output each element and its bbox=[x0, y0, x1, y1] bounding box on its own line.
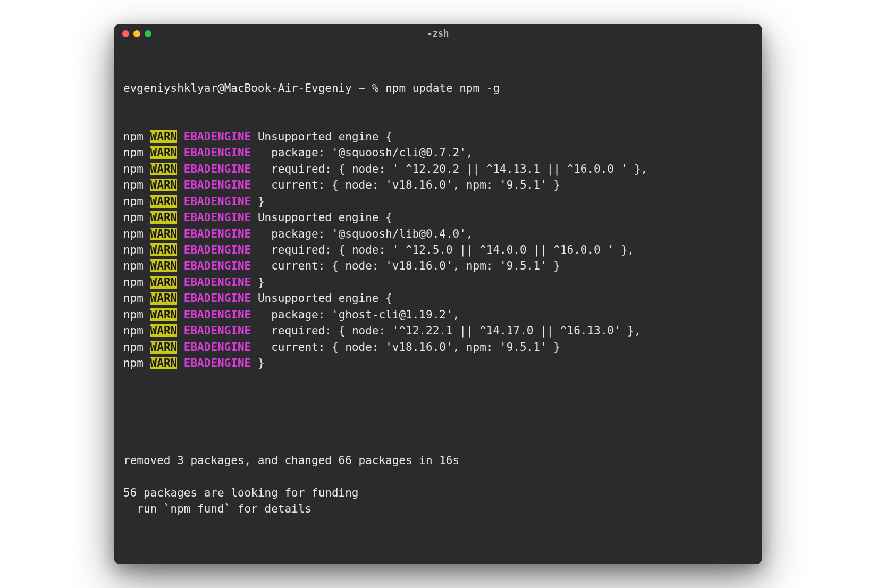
error-code-label: EBADENGINE bbox=[184, 308, 251, 321]
output-line: run `npm fund` for details bbox=[123, 501, 753, 517]
error-code-label: EBADENGINE bbox=[184, 130, 251, 143]
output-line: removed 3 packages, and changed 66 packa… bbox=[123, 452, 753, 468]
npm-label: npm bbox=[123, 179, 144, 191]
prompt-command: npm update npm -g bbox=[385, 82, 500, 95]
warn-message: } bbox=[251, 276, 264, 289]
error-code-label: EBADENGINE bbox=[184, 357, 251, 369]
warn-label: WARN bbox=[150, 228, 178, 240]
warn-message: package: '@squoosh/lib@0.4.0', bbox=[251, 228, 473, 240]
blank-line bbox=[123, 468, 753, 484]
warn-label: WARN bbox=[150, 259, 178, 272]
warn-label: WARN bbox=[150, 179, 178, 191]
error-code-label: EBADENGINE bbox=[184, 276, 251, 289]
warn-message: } bbox=[251, 195, 264, 208]
warn-label: WARN bbox=[150, 276, 178, 289]
error-code-label: EBADENGINE bbox=[184, 195, 251, 208]
error-code-label: EBADENGINE bbox=[184, 341, 251, 354]
error-code-label: EBADENGINE bbox=[184, 211, 251, 224]
warn-line: npm WARN EBADENGINE } bbox=[123, 194, 753, 209]
warn-label: WARN bbox=[150, 130, 178, 143]
titlebar: -zsh bbox=[114, 24, 762, 44]
warn-message: Unsupported engine { bbox=[251, 211, 392, 224]
warn-message: Unsupported engine { bbox=[251, 292, 392, 305]
warn-label: WARN bbox=[150, 146, 178, 159]
npm-label: npm bbox=[123, 228, 144, 240]
warn-line: npm WARN EBADENGINE Unsupported engine { bbox=[123, 209, 753, 225]
maximize-icon[interactable] bbox=[145, 30, 151, 37]
warn-line: npm WARN EBADENGINE Unsupported engine { bbox=[123, 290, 753, 306]
npm-label: npm bbox=[123, 324, 144, 337]
warn-line: npm WARN EBADENGINE } bbox=[123, 355, 753, 371]
prompt-user-host: evgeniyshklyar@MacBook-Air-Evgeniy bbox=[123, 82, 352, 95]
npm-label: npm bbox=[123, 163, 144, 175]
warn-label: WARN bbox=[150, 292, 178, 305]
terminal-body[interactable]: evgeniyshklyar@MacBook-Air-Evgeniy ~ % n… bbox=[114, 44, 762, 565]
prompt-path: ~ bbox=[359, 82, 366, 95]
warn-label: WARN bbox=[150, 163, 178, 175]
blank-line bbox=[123, 404, 753, 419]
npm-label: npm bbox=[123, 243, 144, 256]
close-icon[interactable] bbox=[122, 30, 129, 37]
warn-message: Unsupported engine { bbox=[251, 130, 392, 143]
prompt-line: evgeniyshklyar@MacBook-Air-Evgeniy ~ % n… bbox=[123, 80, 753, 96]
warn-message: required: { node: '^12.22.1 || ^14.17.0 … bbox=[251, 324, 641, 337]
traffic-lights bbox=[122, 30, 151, 37]
warn-line: npm WARN EBADENGINE } bbox=[123, 274, 753, 290]
npm-label: npm bbox=[123, 130, 144, 143]
error-code-label: EBADENGINE bbox=[184, 292, 251, 305]
warn-label: WARN bbox=[150, 195, 178, 208]
npm-label: npm bbox=[123, 292, 144, 305]
warn-label: WARN bbox=[150, 211, 178, 224]
warn-line: npm WARN EBADENGINE current: { node: 'v1… bbox=[123, 258, 753, 274]
error-code-label: EBADENGINE bbox=[184, 259, 251, 272]
terminal-window: -zsh evgeniyshklyar@MacBook-Air-Evgeniy … bbox=[114, 24, 762, 565]
warn-line: npm WARN EBADENGINE current: { node: 'v1… bbox=[123, 339, 753, 355]
error-code-label: EBADENGINE bbox=[184, 228, 251, 240]
npm-label: npm bbox=[123, 341, 144, 354]
warn-line: npm WARN EBADENGINE required: { node: ' … bbox=[123, 161, 753, 177]
warn-line: npm WARN EBADENGINE package: '@squoosh/l… bbox=[123, 226, 753, 242]
warn-message: package: '@squoosh/cli@0.7.2', bbox=[251, 146, 473, 159]
warn-line: npm WARN EBADENGINE required: { node: ' … bbox=[123, 242, 753, 258]
warn-line: npm WARN EBADENGINE package: '@squoosh/c… bbox=[123, 145, 753, 161]
warn-label: WARN bbox=[150, 357, 178, 369]
warn-line: npm WARN EBADENGINE Unsupported engine { bbox=[123, 129, 753, 145]
npm-label: npm bbox=[123, 195, 144, 208]
warn-message: required: { node: ' ^12.5.0 || ^14.0.0 |… bbox=[251, 243, 634, 256]
error-code-label: EBADENGINE bbox=[184, 179, 251, 191]
warn-message: current: { node: 'v18.16.0', npm: '9.5.1… bbox=[251, 259, 560, 272]
npm-label: npm bbox=[123, 276, 144, 289]
warn-message: required: { node: ' ^12.20.2 || ^14.13.1… bbox=[251, 163, 647, 175]
error-code-label: EBADENGINE bbox=[184, 243, 251, 256]
warn-label: WARN bbox=[150, 308, 178, 321]
warn-label: WARN bbox=[150, 243, 178, 256]
npm-label: npm bbox=[123, 146, 144, 159]
npm-label: npm bbox=[123, 211, 144, 224]
warn-message: package: 'ghost-cli@1.19.2', bbox=[251, 308, 459, 321]
warn-message: } bbox=[251, 357, 264, 369]
minimize-icon[interactable] bbox=[133, 30, 140, 37]
warn-line: npm WARN EBADENGINE required: { node: '^… bbox=[123, 323, 753, 339]
warn-message: current: { node: 'v18.16.0', npm: '9.5.1… bbox=[251, 179, 560, 191]
warn-message: current: { node: 'v18.16.0', npm: '9.5.1… bbox=[251, 341, 560, 354]
warn-label: WARN bbox=[150, 324, 178, 337]
output-line: 56 packages are looking for funding bbox=[123, 485, 753, 501]
npm-label: npm bbox=[123, 308, 144, 321]
npm-label: npm bbox=[123, 259, 144, 272]
prompt-symbol: % bbox=[372, 82, 379, 95]
warn-line: npm WARN EBADENGINE package: 'ghost-cli@… bbox=[123, 307, 753, 323]
window-title: -zsh bbox=[427, 28, 449, 39]
error-code-label: EBADENGINE bbox=[184, 324, 251, 337]
warn-label: WARN bbox=[150, 341, 178, 354]
error-code-label: EBADENGINE bbox=[184, 146, 251, 159]
warn-line: npm WARN EBADENGINE current: { node: 'v1… bbox=[123, 177, 753, 193]
npm-label: npm bbox=[123, 357, 144, 369]
error-code-label: EBADENGINE bbox=[184, 163, 251, 175]
